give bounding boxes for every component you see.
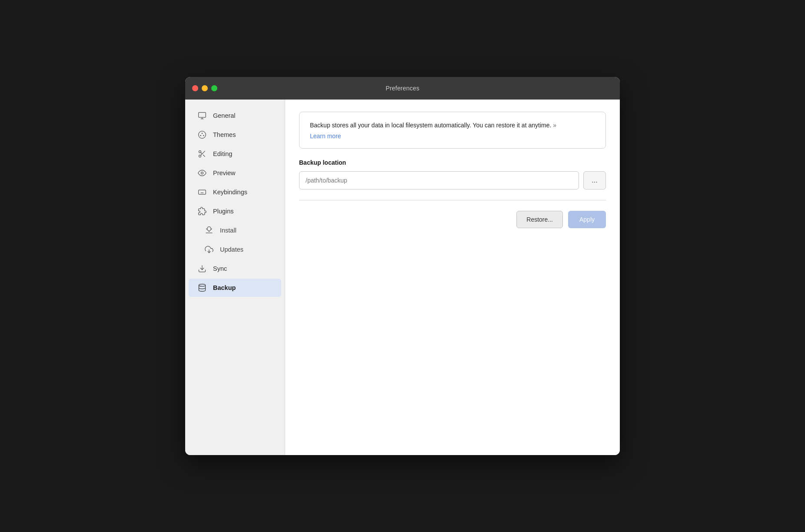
svg-point-7 (199, 151, 201, 153)
sidebar-item-install-label: Install (220, 227, 236, 234)
palette-icon (197, 130, 207, 140)
svg-point-5 (200, 135, 201, 136)
svg-point-12 (201, 172, 203, 174)
window-content: General Themes Editing Preview (185, 100, 620, 455)
svg-rect-0 (199, 113, 206, 118)
info-box: Backup stores all your data in local fil… (299, 112, 606, 149)
section-divider (299, 200, 606, 200)
main-content: Backup stores all your data in local fil… (285, 100, 620, 455)
sidebar-item-themes[interactable]: Themes (189, 126, 281, 144)
sidebar-item-keybindings-label: Keybindings (213, 189, 247, 196)
eye-icon (197, 168, 207, 178)
titlebar: Preferences (185, 77, 620, 100)
svg-line-11 (201, 153, 202, 154)
backup-location-row: ... (299, 171, 606, 190)
svg-point-3 (199, 131, 206, 139)
svg-point-22 (199, 284, 206, 286)
minimize-button[interactable] (202, 85, 208, 91)
scissors-icon (197, 149, 207, 159)
sidebar-item-backup-label: Backup (213, 284, 236, 291)
svg-point-4 (202, 133, 203, 134)
traffic-lights (192, 85, 217, 91)
sidebar-item-general-label: General (213, 112, 236, 119)
preferences-window: Preferences General Themes Edi (185, 77, 620, 455)
sidebar-item-keybindings[interactable]: Keybindings (189, 183, 281, 201)
sidebar-item-themes-label: Themes (213, 131, 236, 138)
sidebar-item-sync[interactable]: Sync (189, 259, 281, 278)
sidebar-item-editing-label: Editing (213, 150, 232, 157)
sidebar-item-updates-label: Updates (220, 246, 243, 253)
keyboard-icon (197, 187, 207, 197)
backup-location-label: Backup location (299, 159, 606, 166)
backup-icon (197, 283, 207, 293)
sidebar-item-editing[interactable]: Editing (189, 145, 281, 163)
action-row: Restore... Apply (299, 211, 606, 228)
sidebar-item-preview-label: Preview (213, 170, 236, 176)
install-icon (204, 226, 214, 235)
sidebar-item-general[interactable]: General (189, 106, 281, 125)
svg-rect-13 (199, 190, 206, 194)
backup-path-input[interactable] (299, 171, 579, 190)
sidebar-item-install[interactable]: Install (189, 221, 281, 239)
sidebar-item-preview[interactable]: Preview (189, 164, 281, 182)
download-icon (204, 245, 214, 254)
sidebar-item-plugins[interactable]: Plugins (189, 202, 281, 220)
restore-button[interactable]: Restore... (516, 211, 563, 228)
info-arrow: » (553, 122, 556, 129)
sidebar-item-sync-label: Sync (213, 265, 227, 272)
svg-point-8 (199, 155, 201, 157)
window-title: Preferences (386, 85, 419, 92)
svg-point-6 (203, 135, 204, 136)
apply-button[interactable]: Apply (568, 211, 606, 228)
backup-location-section: Backup location ... (299, 159, 606, 190)
monitor-icon (197, 111, 207, 120)
sidebar: General Themes Editing Preview (185, 100, 285, 455)
info-text: Backup stores all your data in local fil… (310, 121, 595, 130)
sidebar-item-updates[interactable]: Updates (189, 240, 281, 259)
learn-more-link[interactable]: Learn more (310, 133, 595, 140)
sidebar-item-plugins-label: Plugins (213, 208, 234, 215)
sync-icon (197, 264, 207, 273)
browse-button[interactable]: ... (583, 171, 606, 190)
svg-line-10 (203, 155, 205, 157)
maximize-button[interactable] (211, 85, 217, 91)
close-button[interactable] (192, 85, 198, 91)
puzzle-icon (197, 206, 207, 216)
sidebar-item-backup[interactable]: Backup (189, 279, 281, 297)
